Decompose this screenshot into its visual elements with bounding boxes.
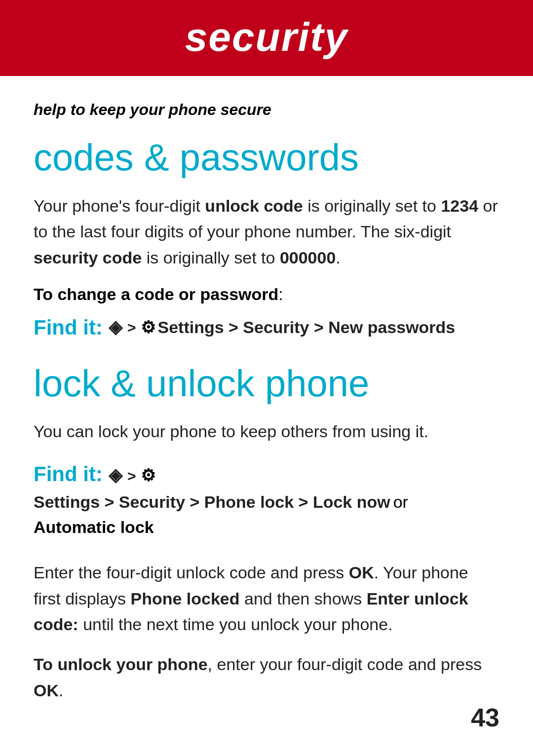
find-it-label-1: Find it:: [34, 312, 103, 343]
diamond-nav-icon-1: ◈: [109, 314, 122, 340]
arrow-icon-2: >: [127, 465, 136, 487]
find-it-passwords: Find it: ◈ > ⚙ Settings > Security > New…: [34, 312, 499, 343]
gear-icon-1: ⚙: [141, 315, 155, 340]
header-banner: security: [0, 0, 533, 76]
section2-heading: lock & unlock phone: [34, 363, 499, 404]
section1-heading: codes & passwords: [34, 137, 499, 178]
page-title: security: [30, 14, 503, 60]
find-it-suffix: or: [393, 490, 408, 515]
section-codes-passwords: codes & passwords Your phone's four-digi…: [34, 137, 499, 343]
find-it-lock: Find it: ◈ > ⚙ Settings > Security > Pho…: [34, 458, 499, 540]
section2-body3: To unlock your phone, enter your four-di…: [34, 651, 499, 703]
section-lock-unlock: lock & unlock phone You can lock your ph…: [34, 363, 499, 704]
find-it-path-1: Settings > Security > New passwords: [157, 315, 455, 340]
main-content: help to keep your phone secure codes & p…: [0, 76, 533, 747]
automatic-lock-label: Automatic lock: [34, 515, 499, 540]
section2-body1: You can lock your phone to keep others f…: [34, 418, 499, 445]
page-subtitle: help to keep your phone secure: [34, 101, 499, 119]
arrow-icon-1: >: [127, 316, 136, 339]
section1-body1: Your phone's four-digit unlock code is o…: [34, 193, 499, 271]
diamond-nav-icon-2: ◈: [109, 462, 122, 489]
find-it-label-2: Find it:: [34, 458, 103, 490]
find-it-path-2: Settings > Security > Phone lock > Lock …: [34, 490, 390, 515]
page-number: 43: [471, 703, 499, 732]
section2-body2: Enter the four-digit unlock code and pre…: [34, 560, 499, 638]
gear-icon-2: ⚙: [141, 463, 155, 488]
change-code-label: To change a code or password:: [34, 285, 499, 304]
